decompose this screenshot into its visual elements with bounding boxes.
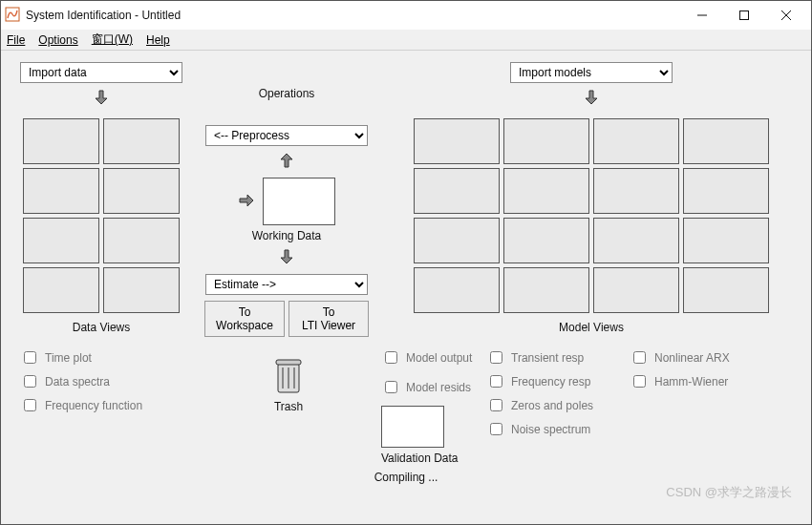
trash-area[interactable]: Trash <box>272 358 305 413</box>
model-slot[interactable] <box>503 168 589 214</box>
client-area: Import data Data Views Operations <-- Pr… <box>1 51 811 524</box>
model-slot[interactable] <box>683 218 769 263</box>
to-workspace-button[interactable]: To Workspace <box>204 301 285 337</box>
check-zeros-poles[interactable]: Zeros and poles <box>486 396 624 414</box>
model-views-label: Model Views <box>559 321 624 334</box>
model-slot[interactable] <box>503 118 589 164</box>
check-frequency[interactable]: Frequency resp <box>486 372 624 390</box>
check-model-resids[interactable]: Model resids <box>381 378 471 396</box>
trash-icon <box>272 358 305 396</box>
data-views-label: Data Views <box>73 321 130 334</box>
check-nonlinear-arx[interactable]: Nonlinear ARX <box>630 348 798 367</box>
data-slot[interactable] <box>23 168 99 214</box>
data-slot[interactable] <box>23 118 99 164</box>
menu-options[interactable]: Options <box>38 33 77 47</box>
data-slot[interactable] <box>103 168 180 214</box>
app-icon <box>5 7 20 25</box>
check-freq-func[interactable]: Frequency function <box>20 396 202 414</box>
model-slot[interactable] <box>414 218 500 263</box>
check-time-plot[interactable]: Time plot <box>20 348 202 367</box>
model-slot[interactable] <box>593 118 679 164</box>
svg-rect-6 <box>276 360 301 365</box>
svg-rect-2 <box>740 11 749 20</box>
import-data-combo[interactable]: Import data <box>20 62 182 83</box>
model-slot[interactable] <box>683 118 769 164</box>
close-button[interactable] <box>765 1 807 30</box>
data-slot[interactable] <box>103 118 180 164</box>
model-column: Import models Model Views <box>385 62 798 337</box>
menu-file[interactable]: File <box>7 33 25 47</box>
model-slot[interactable] <box>683 168 769 214</box>
check-data-spectra[interactable]: Data spectra <box>20 372 202 390</box>
check-hamm-wiener[interactable]: Hamm-Wiener <box>630 372 798 390</box>
data-views-checks: Time plot Data spectra Frequency functio… <box>14 343 202 465</box>
data-slot[interactable] <box>103 267 180 313</box>
check-transient[interactable]: Transient resp <box>486 348 624 367</box>
data-slot[interactable] <box>103 218 180 263</box>
model-slot[interactable] <box>593 168 679 214</box>
check-noise[interactable]: Noise spectrum <box>486 420 624 438</box>
arrow-right-icon <box>238 192 255 212</box>
model-slot[interactable] <box>503 267 589 313</box>
preprocess-combo[interactable]: <-- Preprocess <box>205 125 368 146</box>
model-slot[interactable] <box>414 118 500 164</box>
model-slot[interactable] <box>414 168 500 214</box>
menu-window[interactable]: 窗口(W) <box>92 32 133 48</box>
data-board <box>23 118 180 313</box>
watermark: CSDN @求学之路漫长 <box>666 484 792 501</box>
trash-label: Trash <box>274 400 303 413</box>
to-lti-viewer-button[interactable]: To LTI Viewer <box>288 301 369 337</box>
model-slot[interactable] <box>683 267 769 313</box>
working-data-label: Working Data <box>252 229 321 242</box>
maximize-button[interactable] <box>723 1 765 30</box>
model-slot[interactable] <box>503 218 589 263</box>
operations-column: Operations <-- Preprocess Working Data E… <box>200 62 374 337</box>
app-window: System Identification - Untitled File Op… <box>0 0 812 525</box>
data-slot[interactable] <box>23 218 99 263</box>
window-title: System Identification - Untitled <box>26 9 681 22</box>
data-slot[interactable] <box>23 267 99 313</box>
estimate-combo[interactable]: Estimate --> <box>205 274 368 295</box>
titlebar: System Identification - Untitled <box>1 1 811 30</box>
menu-help[interactable]: Help <box>146 33 170 47</box>
operations-label: Operations <box>259 87 315 100</box>
model-slot[interactable] <box>593 267 679 313</box>
model-slot[interactable] <box>414 267 500 313</box>
validation-data-label: Validation Data <box>381 452 459 465</box>
check-model-output[interactable]: Model output <box>381 348 472 367</box>
arrow-up-icon <box>278 152 295 172</box>
arrow-down-icon <box>583 89 600 109</box>
arrow-down-icon <box>93 89 110 109</box>
model-slot[interactable] <box>593 218 679 263</box>
import-models-combo[interactable]: Import models <box>510 62 673 83</box>
working-data-slot[interactable] <box>263 178 335 225</box>
validation-data-slot[interactable] <box>381 406 444 448</box>
minimize-button[interactable] <box>681 1 723 30</box>
model-board <box>414 118 769 313</box>
arrow-down-icon <box>278 248 295 268</box>
data-column: Import data Data Views <box>14 62 188 337</box>
menubar: File Options 窗口(W) Help <box>1 30 811 51</box>
